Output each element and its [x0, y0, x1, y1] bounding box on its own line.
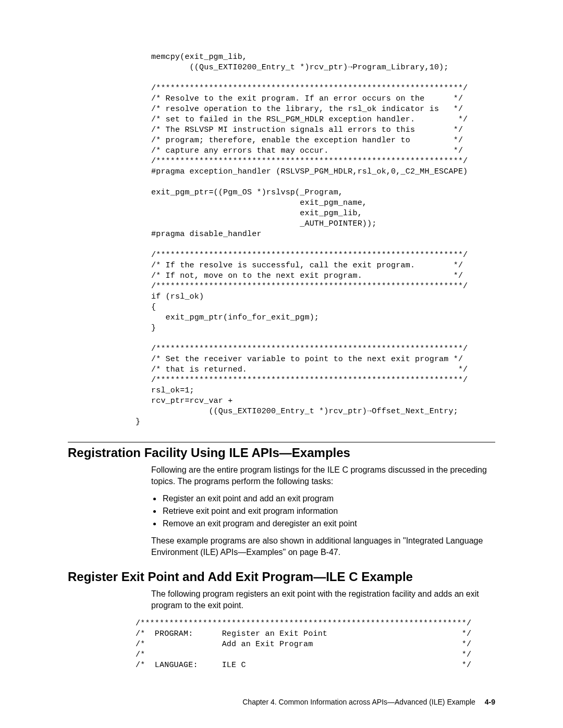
list-item: Retrieve exit point and exit program inf… [162, 505, 495, 517]
section-rule-1 [68, 442, 495, 442]
page-footer: Chapter 4. Common Information across API… [242, 698, 495, 706]
heading-registration-facility: Registration Facility Using ILE APIs—Exa… [68, 446, 495, 460]
code-block-1: memcpy(exit_pgm_lib, ((Qus_EXTI0200_Entr… [151, 52, 495, 417]
list-item: Remove an exit program and deregister an… [162, 517, 495, 530]
document-page: memcpy(exit_pgm_lib, ((Qus_EXTI0200_Entr… [0, 0, 563, 728]
task-list: Register an exit point and add an exit p… [151, 492, 495, 530]
intro-paragraph-3: The following program registers an exit … [151, 588, 495, 611]
list-item: Register an exit point and add an exit p… [162, 492, 495, 505]
footer-page-number: 4-9 [485, 698, 495, 706]
code-block-1-close: } [136, 417, 495, 427]
footer-chapter-text: Chapter 4. Common Information across API… [242, 698, 475, 706]
intro-paragraph-2: These example programs are also shown in… [151, 535, 495, 558]
intro-paragraph-1: Following are the entire program listing… [151, 464, 495, 487]
code-block-2: /***************************************… [136, 619, 495, 671]
heading-register-exit-point: Register Exit Point and Add Exit Program… [68, 570, 495, 584]
